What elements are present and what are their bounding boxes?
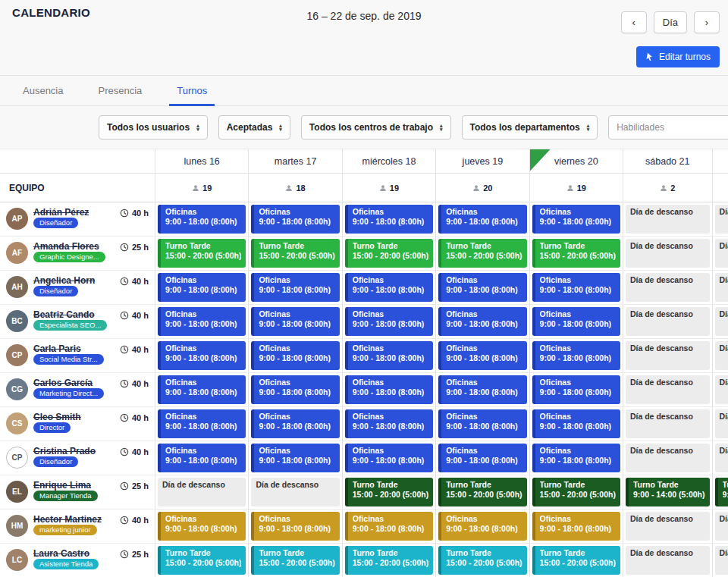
shift-block[interactable]: Oficinas9:00 - 18:00 (8:00h) [251,375,339,404]
edit-shifts-button[interactable]: Editar turnos [636,46,720,67]
shift-block[interactable]: Oficinas9:00 - 18:00 (8:00h) [345,205,433,234]
shift-block[interactable]: Turno Tarde9:00 - 14:00 (5:00h) [626,478,710,506]
shift-block[interactable]: Oficinas9:00 - 18:00 (8:00h) [251,341,339,370]
rest-day-block[interactable]: Día de descanso [626,273,710,302]
rest-day-block[interactable]: Día de descanso [715,273,728,302]
shift-block[interactable]: Turno Tarde15:00 - 20:00 (5:00h) [158,239,246,268]
filter-dropdown-0[interactable]: Todos los usuarios▴▾ [99,115,208,140]
shift-block[interactable]: Oficinas9:00 - 18:00 (8:00h) [532,375,620,404]
shift-block[interactable]: Oficinas9:00 - 18:00 (8:00h) [345,409,433,438]
rest-day-block[interactable]: Día de descanso [626,205,710,234]
shift-block[interactable]: Turno Tarde9:00 - 14:00 (5:00h) [715,478,728,506]
day-header-label: miércoles 18 [362,156,416,167]
shift-block[interactable]: Oficinas9:00 - 18:00 (8:00h) [532,273,620,302]
shift-block[interactable]: Oficinas9:00 - 18:00 (8:00h) [532,341,620,370]
shift-block[interactable]: Turno Tarde15:00 - 20:00 (5:00h) [438,546,526,575]
shift-block[interactable]: Turno Tarde15:00 - 20:00 (5:00h) [532,239,620,268]
rest-day-block[interactable]: Día de descanso [626,409,710,438]
filter-dropdown-1[interactable]: Aceptadas▴▾ [218,115,290,140]
shift-block[interactable]: Oficinas9:00 - 18:00 (8:00h) [251,205,339,234]
shift-block[interactable]: Turno Tarde15:00 - 20:00 (5:00h) [438,478,526,506]
rest-day-block[interactable]: Día de descanso [626,239,710,268]
filter-dropdown-2[interactable]: Todos los centros de trabajo▴▾ [301,115,451,140]
shift-block[interactable]: Oficinas9:00 - 18:00 (8:00h) [345,273,433,302]
skills-input[interactable] [608,115,728,140]
shift-block[interactable]: Oficinas9:00 - 18:00 (8:00h) [345,375,433,404]
rest-day-block[interactable]: Día de descanso [626,307,710,336]
shift-block[interactable]: Turno Tarde15:00 - 20:00 (5:00h) [251,546,339,575]
shift-block[interactable]: Oficinas9:00 - 18:00 (8:00h) [158,341,246,370]
shift-block[interactable]: Oficinas9:00 - 18:00 (8:00h) [532,307,620,336]
shift-block[interactable]: Oficinas9:00 - 18:00 (8:00h) [158,409,246,438]
shift-block[interactable]: Turno Tarde15:00 - 20:00 (5:00h) [345,546,433,575]
tab-turnos[interactable]: Turnos [177,76,207,105]
shift-block[interactable]: Turno Tarde15:00 - 20:00 (5:00h) [438,239,526,268]
shift-block[interactable]: Oficinas9:00 - 18:00 (8:00h) [158,444,246,472]
rest-day-block[interactable]: Día de descanso [715,341,728,370]
shift-cell: Oficinas9:00 - 18:00 (8:00h) [343,271,436,305]
shift-block[interactable]: Oficinas9:00 - 18:00 (8:00h) [532,205,620,234]
shift-block[interactable]: Oficinas9:00 - 18:00 (8:00h) [158,307,246,336]
shift-block[interactable]: Oficinas9:00 - 18:00 (8:00h) [438,341,526,370]
shift-block[interactable]: Turno Tarde15:00 - 20:00 (5:00h) [251,239,339,268]
rest-day-block[interactable]: Día de descanso [715,205,728,234]
shift-cell: Oficinas9:00 - 18:00 (8:00h) [343,305,436,339]
rest-day-block[interactable]: Día de descanso [626,341,710,370]
shift-block[interactable]: Oficinas9:00 - 18:00 (8:00h) [345,341,433,370]
shift-block[interactable]: Oficinas9:00 - 18:00 (8:00h) [532,444,620,472]
shift-block[interactable]: Oficinas9:00 - 18:00 (8:00h) [158,375,246,404]
rest-day-block[interactable]: Día de descanso [251,478,339,506]
shift-block[interactable]: Oficinas9:00 - 18:00 (8:00h) [438,409,526,438]
shift-block[interactable]: Oficinas9:00 - 18:00 (8:00h) [438,205,526,234]
rest-day-block[interactable]: Día de descanso [715,307,728,336]
shift-cell: Oficinas9:00 - 18:00 (8:00h) [155,441,249,475]
shift-block[interactable]: Turno Tarde15:00 - 20:00 (5:00h) [532,546,620,575]
shift-block[interactable]: Oficinas9:00 - 18:00 (8:00h) [158,512,246,541]
shift-block[interactable]: Oficinas9:00 - 18:00 (8:00h) [345,444,433,472]
rest-day-block[interactable]: Día de descanso [626,512,710,541]
shift-cell: Día de descanso [623,441,713,475]
shift-block[interactable]: Turno Tarde15:00 - 20:00 (5:00h) [345,478,433,506]
shift-block[interactable]: Oficinas9:00 - 18:00 (8:00h) [438,375,526,404]
day-view-button[interactable]: Día [654,11,687,33]
next-button[interactable]: › [694,11,720,33]
shift-block[interactable]: Oficinas9:00 - 18:00 (8:00h) [251,307,339,336]
rest-day-block[interactable]: Día de descanso [715,375,728,404]
shift-block[interactable]: Oficinas9:00 - 18:00 (8:00h) [345,512,433,541]
rest-day-block[interactable]: Día de descanso [715,239,728,268]
shift-block[interactable]: Oficinas9:00 - 18:00 (8:00h) [438,444,526,472]
shift-block[interactable]: Oficinas9:00 - 18:00 (8:00h) [532,512,620,541]
tab-presencia[interactable]: Presencia [98,76,142,105]
rest-day-block[interactable]: Día de descanso [715,512,728,541]
shift-block[interactable]: Oficinas9:00 - 18:00 (8:00h) [438,307,526,336]
rest-day-block[interactable]: Día de descanso [626,375,710,404]
tab-ausencia[interactable]: Ausencia [23,76,63,105]
tab-label: Turnos [177,85,207,96]
shift-block[interactable]: Oficinas9:00 - 18:00 (8:00h) [438,273,526,302]
rest-day-block[interactable]: Día de descanso [626,444,710,472]
rest-day-block[interactable]: Día de descanso [715,444,728,472]
rest-day-block[interactable]: Día de descanso [626,546,710,575]
shift-block[interactable]: Oficinas9:00 - 18:00 (8:00h) [438,512,526,541]
day-header: miércoles 18 [343,149,436,174]
shift-block[interactable]: Oficinas9:00 - 18:00 (8:00h) [532,409,620,438]
shift-block[interactable]: Turno Tarde15:00 - 20:00 (5:00h) [158,546,246,575]
shift-block[interactable]: Oficinas9:00 - 18:00 (8:00h) [345,307,433,336]
shift-block[interactable]: Turno Tarde15:00 - 20:00 (5:00h) [532,478,620,506]
shift-block[interactable]: Oficinas9:00 - 18:00 (8:00h) [251,512,339,541]
shift-block[interactable]: Oficinas9:00 - 18:00 (8:00h) [251,444,339,472]
shift-block[interactable]: Oficinas9:00 - 18:00 (8:00h) [251,409,339,438]
filter-dropdown-3[interactable]: Todos los departamentos▴▾ [462,115,598,140]
avatar: AP [6,208,28,230]
shift-block[interactable]: Turno Tarde15:00 - 20:00 (5:00h) [345,239,433,268]
employee-name: Amanda Flores [33,241,105,252]
shift-block[interactable]: Oficinas9:00 - 18:00 (8:00h) [158,273,246,302]
rest-day-block[interactable]: Día de descanso [158,478,246,506]
shift-time: 9:00 - 18:00 (8:00h) [165,456,241,466]
shift-title: Oficinas [540,309,616,319]
rest-day-block[interactable]: Día de descanso [715,409,728,438]
prev-button[interactable]: ‹ [621,11,647,33]
shift-block[interactable]: Oficinas9:00 - 18:00 (8:00h) [251,273,339,302]
shift-block[interactable]: Oficinas9:00 - 18:00 (8:00h) [158,205,246,234]
rest-day-block[interactable]: Día de descanso [715,546,728,575]
